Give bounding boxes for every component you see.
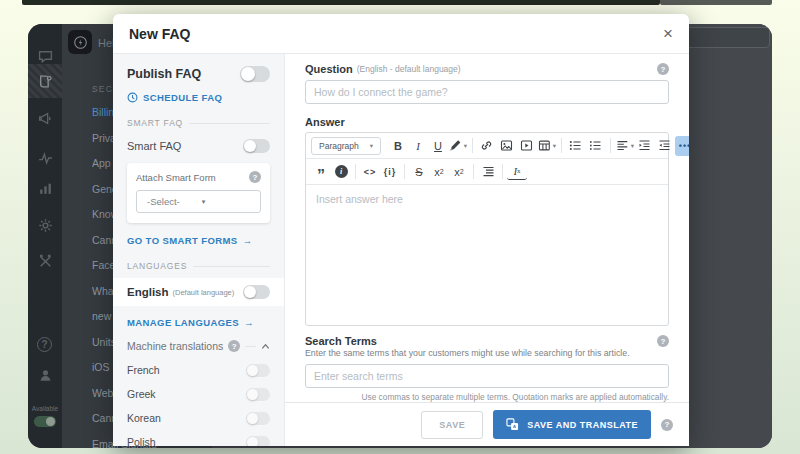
language-row: Greek — [127, 382, 270, 406]
help-tooltip-icon[interactable]: ? — [657, 63, 669, 75]
bullet-list-icon — [569, 139, 582, 152]
insert-image-button[interactable] — [497, 136, 517, 156]
info-icon: i — [335, 165, 348, 178]
availability-toggle[interactable] — [34, 416, 56, 427]
indent-button[interactable] — [635, 136, 655, 156]
settings-gear-icon[interactable] — [37, 217, 53, 233]
search-terms-label: Search Terms — [305, 335, 377, 347]
publish-faq-toggle[interactable] — [240, 66, 270, 82]
paragraph-style-select[interactable]: Paragraph ▾ — [311, 137, 381, 155]
chat-icon[interactable] — [37, 48, 53, 64]
align-button[interactable]: ▾ — [615, 136, 635, 156]
smart-faq-section-header: SMART FAQ — [127, 118, 270, 128]
bullet-list-button[interactable] — [566, 136, 586, 156]
background-search-input[interactable] — [684, 27, 770, 48]
highlight-color-button[interactable]: ▾ — [448, 136, 468, 156]
video-icon — [520, 139, 533, 152]
strikethrough-button[interactable]: S — [409, 162, 429, 182]
italic-button[interactable]: I — [408, 136, 428, 156]
modal-footer: SAVE SAVE AND TRANSLATE ? — [285, 402, 689, 446]
machine-translations-header: Machine translations ? — [127, 340, 270, 352]
arrow-right-icon: → — [244, 317, 254, 328]
app-logo — [68, 30, 92, 54]
block-indent-button[interactable] — [478, 162, 498, 182]
numbered-list-button[interactable] — [586, 136, 606, 156]
numbered-list-icon — [589, 139, 602, 152]
nav-rail: ? Available — [28, 24, 62, 448]
inline-code-button[interactable]: <> — [360, 162, 380, 182]
analytics-icon[interactable] — [37, 180, 53, 196]
close-icon[interactable]: × — [663, 25, 673, 42]
table-icon — [538, 139, 551, 152]
search-terms-note: Use commas to separate multiple terms. Q… — [305, 392, 669, 402]
profile-icon[interactable] — [37, 367, 53, 383]
language-row: Korean — [127, 406, 270, 430]
smart-faq-toggle[interactable] — [243, 139, 270, 153]
help-tooltip-icon[interactable]: ? — [661, 419, 673, 431]
help-tooltip-icon[interactable]: ? — [657, 335, 669, 347]
underline-button[interactable]: U — [428, 136, 448, 156]
knowledge-base-icon[interactable] — [28, 64, 62, 98]
screen-top-edge — [22, 0, 660, 5]
outdent-icon — [658, 139, 671, 152]
availability-label: Available — [28, 405, 62, 412]
toolbar-row-2: ” i <> {i} S x2 x2 Ix — [306, 159, 668, 185]
language-row: Polish — [127, 430, 270, 446]
insert-link-button[interactable] — [477, 136, 497, 156]
code-block-button[interactable]: {i} — [380, 162, 400, 182]
french-toggle[interactable] — [246, 364, 270, 377]
attach-smart-form-card: Attach Smart Form ? -Select- ▾ — [127, 163, 270, 223]
save-button[interactable]: SAVE — [421, 411, 483, 439]
align-left-icon — [616, 139, 629, 152]
chevron-down-icon: ▾ — [553, 142, 556, 150]
modal-header: New FAQ × — [113, 14, 689, 54]
bold-button[interactable]: B — [388, 136, 408, 156]
insert-media-button[interactable] — [517, 136, 537, 156]
help-icon[interactable]: ? — [37, 337, 52, 352]
translate-icon — [506, 418, 519, 431]
go-to-smart-forms-link[interactable]: GO TO SMART FORMS → — [127, 235, 270, 246]
callout-button[interactable]: i — [331, 162, 351, 182]
insert-table-button[interactable]: ▾ — [537, 136, 557, 156]
link-icon — [480, 139, 493, 152]
korean-toggle[interactable] — [246, 412, 270, 425]
chevron-down-icon: ▾ — [631, 142, 634, 150]
subscript-button[interactable]: x2 — [449, 162, 469, 182]
smart-form-select[interactable]: -Select- ▾ — [136, 190, 261, 213]
indent-icon — [638, 139, 651, 152]
languages-section-header: LANGUAGES — [127, 261, 270, 271]
manage-languages-link[interactable]: MANAGE LANGUAGES → — [127, 317, 270, 328]
default-language-label: English — [127, 286, 169, 298]
publish-faq-label: Publish FAQ — [127, 67, 201, 81]
help-tooltip-icon[interactable]: ? — [249, 171, 261, 183]
outdent-button[interactable] — [655, 136, 675, 156]
faq-settings-panel: Publish FAQ SCHEDULE FAQ SMART FAQ Smart… — [113, 54, 285, 446]
answer-label: Answer — [305, 116, 345, 128]
toolbar-row-1: Paragraph ▾ B I U ▾ — [306, 133, 668, 159]
faq-form: Question (English - default language) ? … — [285, 54, 689, 446]
clear-formatting-button[interactable]: Ix — [507, 164, 527, 180]
more-tools-button[interactable]: ••• — [675, 136, 689, 156]
default-language-note: (Default language) — [173, 288, 235, 297]
blockquote-button[interactable]: ” — [311, 162, 331, 182]
chevron-up-icon[interactable] — [261, 342, 270, 351]
question-input[interactable] — [305, 80, 669, 104]
smart-faq-label: Smart FAQ — [127, 140, 181, 152]
block-indent-icon — [482, 165, 495, 178]
schedule-faq-link[interactable]: SCHEDULE FAQ — [127, 92, 270, 103]
language-row: French — [127, 358, 270, 382]
polish-toggle[interactable] — [246, 436, 270, 447]
question-label: Question — [305, 63, 353, 75]
arrow-right-icon: → — [243, 235, 253, 246]
greek-toggle[interactable] — [246, 388, 270, 401]
search-terms-description: Enter the same terms that your customers… — [305, 348, 669, 358]
campaigns-icon[interactable] — [37, 110, 53, 126]
save-and-translate-button[interactable]: SAVE AND TRANSLATE — [493, 410, 651, 439]
tools-icon[interactable] — [37, 253, 53, 269]
help-tooltip-icon[interactable]: ? — [228, 340, 240, 352]
english-toggle[interactable] — [243, 285, 270, 299]
activity-icon[interactable] — [37, 150, 53, 166]
superscript-button[interactable]: x2 — [429, 162, 449, 182]
search-terms-input[interactable] — [305, 364, 669, 388]
answer-editor[interactable]: Insert answer here — [306, 185, 668, 325]
